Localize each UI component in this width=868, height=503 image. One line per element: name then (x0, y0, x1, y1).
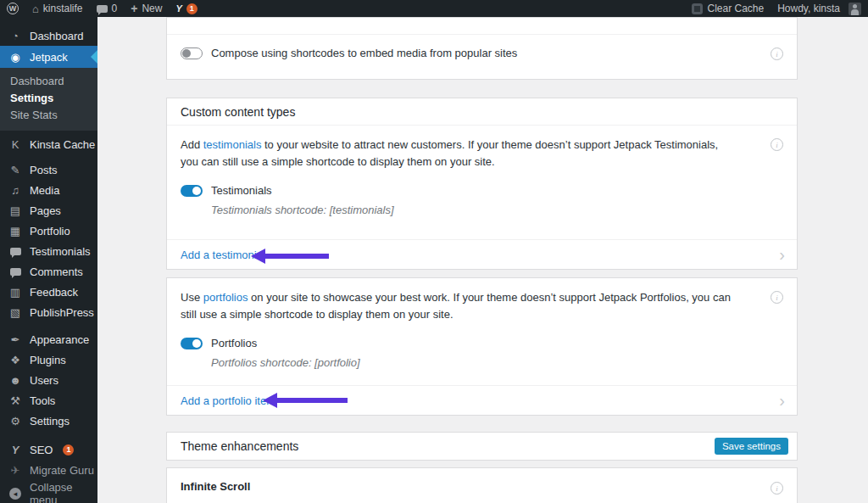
sidebar-item-label: Feedback (30, 286, 78, 299)
info-icon[interactable]: i (771, 482, 783, 495)
sidebar-item-publishpress[interactable]: ▧ PublishPress (0, 302, 97, 322)
new-content-menu[interactable]: + New (124, 0, 169, 17)
sidebar-item-posts[interactable]: ✎ Posts (0, 159, 97, 180)
account-menu[interactable]: Howdy, kinsta (771, 0, 868, 17)
sidebar-item-tools[interactable]: ⚒ Tools (0, 390, 97, 411)
migrate-guru-icon: ✈ (8, 464, 23, 477)
sidebar-item-label: Posts (30, 164, 58, 176)
infinite-scroll-description: Create a smooth, uninterrupted reading e… (167, 495, 797, 503)
submenu-item-dashboard[interactable]: Dashboard (0, 73, 97, 90)
info-icon[interactable]: i (771, 48, 783, 60)
tools-icon: ⚒ (8, 394, 23, 407)
sidebar-item-label: Settings (30, 415, 70, 428)
card-title: Theme enhancements (181, 439, 298, 453)
feedback-icon: ▥ (8, 286, 23, 299)
sidebar-item-collapse-menu[interactable]: ◂ Collapse menu (0, 483, 97, 503)
theme-enhancements-card: Theme enhancements Save settings (166, 432, 798, 461)
shortcode-embeds-toggle[interactable] (181, 48, 203, 59)
chevron-right-icon: › (779, 249, 785, 260)
card-divider (167, 18, 797, 35)
sidebar-item-label: PublishPress (30, 306, 94, 319)
sidebar-item-label: Jetpack (30, 51, 68, 64)
portfolios-toggle-label: Portfolios (211, 337, 257, 349)
pages-icon: ▤ (8, 204, 23, 217)
embeds-card: Compose using shortcodes to embed media … (166, 17, 798, 80)
sidebar-item-plugins[interactable]: ❖ Plugins (0, 349, 97, 370)
infinite-scroll-card: Infinite Scroll i Create a smooth, unint… (166, 467, 798, 503)
sidebar-item-label: Kinsta Cache (30, 138, 95, 151)
save-settings-button[interactable]: Save settings (715, 438, 788, 455)
portfolios-toggle[interactable] (181, 338, 203, 349)
sidebar-item-testimonials[interactable]: Testimonials (0, 241, 97, 261)
add-portfolio-item-row[interactable]: Add a portfolio item › (167, 385, 797, 415)
comments-menu[interactable]: 0 (90, 0, 125, 17)
sidebar-item-label: Portfolio (30, 225, 70, 238)
comment-count: 0 (112, 3, 118, 14)
yoast-notification-badge: 1 (186, 3, 198, 14)
sidebar-item-label: Comments (30, 265, 83, 278)
sidebar-item-seo[interactable]: Y SEO 1 (0, 439, 97, 460)
sidebar-item-settings[interactable]: ⚙ Settings (0, 411, 97, 431)
submenu-item-settings[interactable]: Settings (0, 90, 97, 107)
portfolio-icon: ▦ (8, 225, 23, 238)
testimonials-toggle[interactable] (181, 185, 203, 197)
kinsta-cache-menu[interactable]: Clear Cache (685, 0, 771, 17)
site-name-menu[interactable]: ⌂ kinstalife (25, 0, 90, 17)
sidebar-item-label: Media (30, 184, 59, 197)
sidebar-item-comments[interactable]: Comments (0, 261, 97, 282)
portfolios-description: Use portfolios on your site to showcase … (181, 289, 771, 323)
sidebar-item-jetpack[interactable]: ◉ Jetpack (0, 46, 97, 68)
description-text: Use (181, 291, 203, 304)
testimonials-description: Add testimonials to your website to attr… (181, 137, 771, 170)
sidebar-item-media[interactable]: ♫ Media (0, 180, 97, 200)
admin-sidebar: ◔ Dashboard ◉ Jetpack Dashboard Settings… (0, 17, 97, 503)
sidebar-item-pages[interactable]: ▤ Pages (0, 200, 97, 221)
submenu-item-site-stats[interactable]: Site Stats (0, 107, 97, 124)
sidebar-item-migrate-guru[interactable]: ✈ Migrate Guru (0, 460, 97, 480)
description-text: Add (181, 138, 203, 151)
collapse-icon: ◂ (9, 488, 21, 500)
new-label: New (142, 3, 162, 14)
yoast-seo-menu[interactable]: Y 1 (169, 0, 203, 17)
wp-logo-menu[interactable]: W (0, 0, 25, 17)
add-portfolio-item-link[interactable]: Add a portfolio item (181, 394, 275, 407)
sidebar-item-label: Testimonials (30, 245, 91, 258)
sidebar-item-label: Dashboard (30, 30, 84, 42)
posts-icon: ✎ (8, 164, 23, 176)
current-menu-arrow-icon (91, 50, 97, 64)
sidebar-item-kinsta-cache[interactable]: K Kinsta Cache (0, 134, 97, 154)
publishpress-icon: ▧ (8, 306, 23, 319)
kinsta-cache-icon: K (8, 138, 23, 151)
info-icon[interactable]: i (771, 138, 783, 151)
add-testimonial-link[interactable]: Add a testimonial (181, 249, 265, 261)
chevron-right-icon: › (779, 394, 785, 406)
add-testimonial-row[interactable]: Add a testimonial › (167, 239, 797, 269)
portfolios-card: Use portfolios on your site to showcase … (166, 277, 798, 416)
custom-content-types-card: Custom content types Add testimonials to… (166, 98, 798, 270)
sidebar-item-feedback[interactable]: ▥ Feedback (0, 282, 97, 302)
settings-icon: ⚙ (8, 415, 23, 428)
sidebar-item-label: Appearance (30, 333, 89, 346)
sidebar-item-appearance[interactable]: ✒ Appearance (0, 329, 97, 349)
seo-icon: Y (8, 444, 23, 456)
admin-bar: W ⌂ kinstalife 0 + New Y 1 Clear Cache H… (0, 0, 868, 17)
testimonials-link[interactable]: testimonials (203, 138, 262, 151)
sidebar-item-users[interactable]: ☻ Users (0, 370, 97, 390)
sidebar-item-label: Tools (30, 394, 55, 407)
shortcode-embeds-label: Compose using shortcodes to embed media … (211, 47, 517, 59)
sidebar-item-dashboard[interactable]: ◔ Dashboard (0, 25, 97, 46)
sidebar-item-label: Collapse menu (30, 481, 97, 503)
sidebar-item-portfolio[interactable]: ▦ Portfolio (0, 221, 97, 241)
portfolios-link[interactable]: portfolios (203, 291, 248, 304)
wordpress-logo-icon: W (7, 3, 19, 14)
clear-cache-label: Clear Cache (707, 3, 764, 14)
avatar (849, 3, 861, 15)
comments-icon (8, 268, 23, 276)
testimonials-shortcode-note: Testimonials shortcode: [testimonials] (211, 204, 797, 216)
howdy-label: Howdy, kinsta (777, 3, 840, 14)
settings-content: Compose using shortcodes to embed media … (97, 17, 868, 503)
description-text: on your site to showcase your best work.… (181, 291, 731, 321)
appearance-icon: ✒ (8, 333, 23, 346)
home-icon: ⌂ (32, 3, 39, 15)
info-icon[interactable]: i (771, 291, 783, 304)
